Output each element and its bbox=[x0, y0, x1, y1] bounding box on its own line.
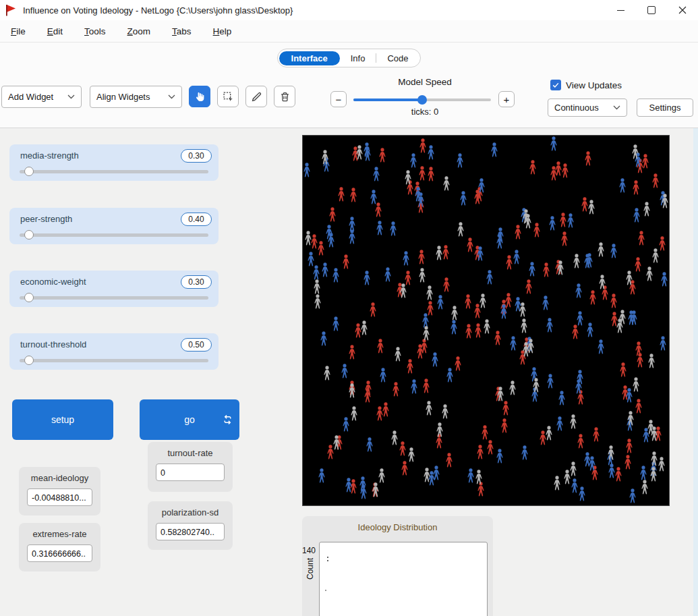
vertical-scrollbar[interactable] bbox=[693, 128, 698, 616]
close-icon bbox=[678, 6, 687, 14]
world-view[interactable] bbox=[302, 135, 670, 506]
agent-blue bbox=[558, 391, 566, 406]
slider-peer-strength[interactable]: peer-strength 0.40 bbox=[9, 208, 219, 244]
agent-gray bbox=[475, 470, 483, 485]
slider-track[interactable] bbox=[20, 170, 208, 173]
agent-red bbox=[589, 290, 597, 306]
slider-track[interactable] bbox=[20, 296, 208, 300]
agent-gray bbox=[527, 339, 535, 354]
agent-blue bbox=[496, 234, 504, 250]
plot-y-tick: 140 bbox=[302, 546, 316, 555]
delete-tool-button[interactable] bbox=[274, 86, 295, 107]
agent-gray bbox=[441, 404, 449, 420]
chevron-down-icon bbox=[613, 105, 620, 110]
speed-slider-thumb[interactable] bbox=[417, 95, 427, 105]
monitor-label: mean-ideology bbox=[19, 473, 100, 483]
agent-blue bbox=[363, 271, 371, 286]
agent-red bbox=[378, 148, 386, 163]
align-widgets-dropdown[interactable]: Align Widgets bbox=[90, 86, 182, 108]
agent-red bbox=[525, 279, 533, 295]
setup-button[interactable]: setup bbox=[12, 399, 113, 440]
close-button[interactable] bbox=[667, 0, 698, 20]
agent-blue bbox=[376, 221, 384, 236]
agent-gray bbox=[418, 268, 426, 283]
slider-track[interactable] bbox=[20, 233, 208, 237]
agent-gray bbox=[425, 401, 433, 416]
agent-red bbox=[399, 441, 407, 457]
edit-tool-button[interactable] bbox=[245, 86, 267, 107]
agent-gray bbox=[641, 480, 649, 495]
agent-gray bbox=[522, 209, 530, 225]
slider-label: peer-strength bbox=[20, 214, 72, 224]
agent-gray bbox=[436, 422, 444, 438]
agent-blue bbox=[586, 323, 594, 338]
plot-pen-mark bbox=[327, 560, 328, 561]
agent-blue bbox=[409, 153, 417, 169]
agent-gray bbox=[496, 387, 504, 402]
agent-gray bbox=[649, 467, 658, 482]
tab-info[interactable]: Info bbox=[340, 51, 376, 65]
slider-thumb[interactable] bbox=[24, 230, 34, 240]
agent-gray bbox=[479, 293, 487, 309]
slider-thumb[interactable] bbox=[24, 293, 34, 302]
slider-thumb[interactable] bbox=[24, 167, 34, 176]
speed-slider-fill bbox=[353, 99, 422, 101]
agent-gray bbox=[519, 302, 527, 318]
agent-gray bbox=[332, 435, 341, 451]
slider-economic-weight[interactable]: economic-weight 0.30 bbox=[9, 271, 219, 307]
go-button[interactable]: go bbox=[140, 399, 239, 440]
update-mode-dropdown[interactable]: Continuous bbox=[548, 99, 627, 117]
tab-code[interactable]: Code bbox=[376, 51, 419, 65]
agent-blue bbox=[342, 417, 350, 432]
agent-blue bbox=[389, 221, 397, 237]
agent-blue bbox=[379, 368, 387, 383]
slider-thumb[interactable] bbox=[24, 356, 34, 365]
agent-red bbox=[486, 440, 494, 455]
agent-blue bbox=[348, 229, 356, 245]
settings-button[interactable]: Settings bbox=[637, 99, 693, 117]
monitor-turnout-rate: turnout-rate 0 bbox=[148, 442, 233, 492]
agent-red bbox=[442, 277, 450, 293]
minimize-button[interactable] bbox=[605, 0, 636, 20]
agent-blue bbox=[436, 295, 444, 310]
agent-blue bbox=[359, 484, 368, 500]
menu-help[interactable]: Help bbox=[206, 24, 239, 38]
menu-tools[interactable]: Tools bbox=[78, 24, 113, 38]
agent-red bbox=[465, 324, 473, 339]
agent-blue bbox=[476, 246, 484, 262]
menu-edit[interactable]: Edit bbox=[40, 24, 69, 38]
menu-tabs[interactable]: Tabs bbox=[165, 24, 198, 38]
tab-interface[interactable]: Interface bbox=[279, 51, 340, 65]
agent-gray bbox=[355, 145, 363, 161]
agent-red bbox=[651, 173, 660, 189]
model-speed-slider[interactable] bbox=[353, 95, 491, 105]
speed-decrease-button[interactable]: − bbox=[330, 91, 347, 107]
agent-gray bbox=[321, 150, 329, 165]
agent-gray bbox=[314, 294, 322, 310]
add-widget-dropdown[interactable]: Add Widget bbox=[1, 86, 82, 108]
slider-media-strength[interactable]: media-strength 0.30 bbox=[9, 144, 219, 181]
interact-tool-button[interactable] bbox=[189, 86, 210, 107]
agent-red bbox=[560, 231, 569, 247]
agent-blue bbox=[576, 311, 584, 327]
agent-gray bbox=[304, 231, 312, 246]
chevron-down-icon bbox=[168, 94, 175, 99]
maximize-button[interactable] bbox=[636, 0, 667, 20]
speed-increase-button[interactable]: + bbox=[498, 91, 515, 107]
model-speed-label: Model Speed bbox=[364, 77, 486, 87]
agent-blue bbox=[500, 304, 508, 320]
agent-gray bbox=[569, 461, 577, 477]
netlogo-icon bbox=[4, 3, 18, 17]
select-tool-button[interactable] bbox=[217, 86, 239, 107]
menu-zoom[interactable]: Zoom bbox=[121, 24, 158, 38]
agent-red bbox=[554, 161, 562, 177]
slider-turnout-threshold[interactable]: turnout-threshold 0.50 bbox=[9, 333, 219, 370]
agent-blue bbox=[556, 416, 564, 432]
agent-red bbox=[529, 160, 537, 175]
agent-blue bbox=[583, 452, 591, 468]
agent-red bbox=[636, 353, 644, 368]
agent-red bbox=[637, 231, 645, 246]
menu-file[interactable]: File bbox=[4, 24, 32, 38]
view-updates-checkbox[interactable] bbox=[550, 80, 561, 90]
slider-track[interactable] bbox=[20, 359, 208, 362]
